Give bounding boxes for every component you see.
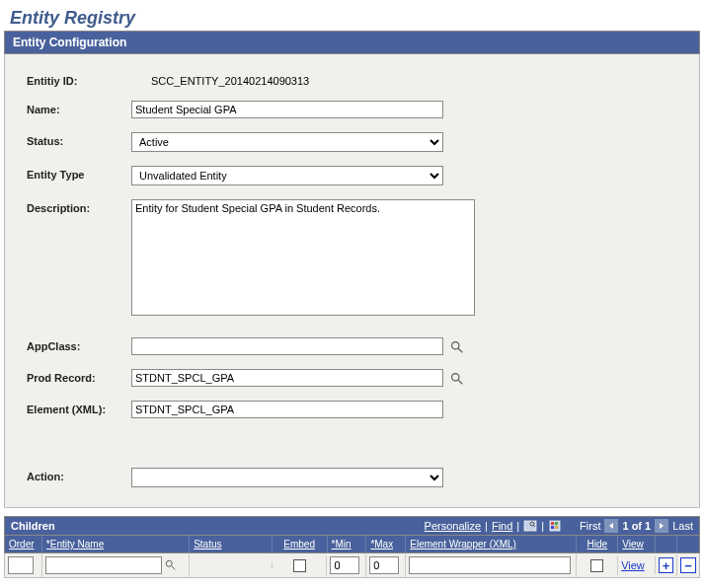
row-entityname-input[interactable] <box>45 556 162 574</box>
prev-icon[interactable] <box>604 519 618 533</box>
row-entityname-lookup-icon[interactable] <box>164 558 178 572</box>
elemxml-label: Element (XML): <box>27 401 131 415</box>
prodrec-label: Prod Record: <box>27 369 131 384</box>
children-title: Children <box>11 520 55 532</box>
col-embed[interactable]: Embed <box>273 536 328 552</box>
svg-rect-8 <box>551 522 554 525</box>
entity-id-value: SCC_ENTITY_20140214090313 <box>151 72 309 87</box>
prodrec-input[interactable] <box>131 369 443 387</box>
download-icon[interactable] <box>548 519 562 533</box>
first-label[interactable]: First <box>580 520 600 532</box>
pager-text: 1 of 1 <box>622 520 651 532</box>
prodrec-lookup-icon[interactable] <box>449 371 465 387</box>
col-entityname[interactable]: *Entity Name <box>42 536 190 552</box>
row-min-input[interactable] <box>330 556 359 574</box>
svg-rect-11 <box>555 526 558 529</box>
elemxml-input[interactable] <box>131 401 443 418</box>
status-select[interactable]: Active <box>131 132 443 152</box>
entity-id-label: Entitiy ID: <box>27 72 131 87</box>
col-max[interactable]: *Max <box>366 536 406 552</box>
col-status[interactable]: Status <box>190 536 273 552</box>
row-wrapper-input[interactable] <box>409 556 571 574</box>
row-add-button[interactable]: + <box>659 557 673 573</box>
children-header: Children Personalize | Find | | First 1 … <box>4 516 700 536</box>
svg-point-0 <box>452 342 459 349</box>
appclass-label: AppClass: <box>27 337 131 352</box>
action-label: Action: <box>27 468 131 482</box>
find-link[interactable]: Find <box>492 520 512 532</box>
row-view-link[interactable]: View <box>621 559 645 571</box>
status-label: Status: <box>27 132 131 147</box>
col-hide[interactable]: Hide <box>577 536 618 552</box>
description-label: Description: <box>27 199 131 214</box>
svg-rect-10 <box>551 526 554 529</box>
row-hide-checkbox[interactable] <box>590 559 603 572</box>
svg-line-13 <box>172 566 176 570</box>
col-min[interactable]: *Min <box>328 536 367 552</box>
last-label[interactable]: Last <box>672 520 693 532</box>
name-input[interactable] <box>131 101 443 118</box>
col-wrapper[interactable]: Element Wrapper (XML) <box>406 536 577 552</box>
zoom-icon[interactable] <box>523 519 537 533</box>
row-max-input[interactable] <box>369 556 399 574</box>
description-textarea[interactable]: Entity for Student Special GPA in Studen… <box>131 199 475 316</box>
appclass-input[interactable] <box>131 337 443 355</box>
row-delete-button[interactable]: − <box>680 557 696 573</box>
svg-rect-9 <box>555 522 558 525</box>
col-add-blank <box>656 536 677 552</box>
next-icon[interactable] <box>655 519 668 533</box>
svg-line-1 <box>458 348 462 352</box>
col-del-blank <box>677 536 699 552</box>
svg-line-3 <box>458 380 462 384</box>
personalize-link[interactable]: Personalize <box>425 520 481 532</box>
entity-type-label: Entity Type <box>27 166 131 181</box>
col-order[interactable]: Order <box>5 536 42 552</box>
entity-config-body: Entitiy ID: SCC_ENTITY_20140214090313 Na… <box>4 54 700 508</box>
entity-config-header: Entity Configuration <box>4 31 700 54</box>
appclass-lookup-icon[interactable] <box>449 339 465 355</box>
children-grid-header: Order *Entity Name Status Embed *Min *Ma… <box>4 536 700 553</box>
page-title: Entity Registry <box>4 4 700 31</box>
entity-type-select[interactable]: Unvalidated Entity <box>131 166 443 185</box>
action-select[interactable] <box>131 468 443 487</box>
row-embed-checkbox[interactable] <box>293 559 306 572</box>
row-order-input[interactable] <box>8 556 34 574</box>
col-view[interactable]: View <box>618 536 656 552</box>
svg-point-2 <box>452 374 459 381</box>
children-grid-row: View + − <box>4 553 700 578</box>
name-label: Name: <box>27 101 131 115</box>
svg-point-12 <box>166 560 172 566</box>
